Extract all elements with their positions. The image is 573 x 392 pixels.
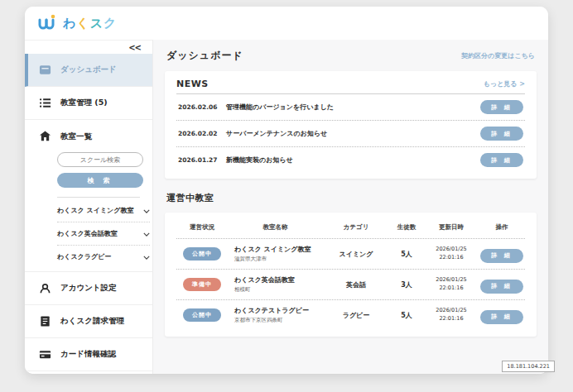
classroom-category: ラグビー — [323, 311, 389, 320]
updated-time: 22:01:16 — [424, 315, 479, 323]
logo-w-icon — [36, 14, 61, 32]
logo-text: わくスク — [63, 16, 117, 31]
app-header: わくスク — [25, 7, 548, 40]
school-search-input[interactable] — [57, 152, 143, 167]
news-detail-button[interactable]: 詳 細 — [480, 127, 523, 141]
student-count: 5人 — [389, 311, 424, 320]
divider — [57, 197, 140, 198]
classroom-name: わくスク スイミング教室 — [234, 245, 323, 254]
classrooms-table: 運営状況 教室名称 カテゴリ 生徒数 更新日時 操作 公開中 わくスク スイミン… — [165, 213, 537, 337]
sidebar: << ダッシュボード 教室管理 (5) 教室一覧 — [25, 40, 153, 374]
main-content: ダッシュボード 契約区分の変更はこちら NEWS もっと見る > 2026.02… — [153, 40, 548, 374]
news-card: NEWS もっと見る > 2026.02.06 管理機能のバージョンを行いました… — [165, 71, 537, 179]
news-detail-button[interactable]: 詳 細 — [480, 153, 523, 167]
sidebar-item-card-info[interactable]: カード情報確認 — [25, 338, 152, 371]
row-detail-button[interactable]: 詳 細 — [480, 280, 523, 294]
credit-card-icon — [39, 348, 51, 361]
account-icon — [39, 282, 51, 294]
news-item: 2026.02.02 サーバーメンテナンスのお知らせ 詳 細 — [176, 121, 525, 147]
news-text: サーバーメンテナンスのお知らせ — [226, 129, 327, 138]
sidebar-item-label: 教室管理 (5) — [60, 98, 108, 108]
sidebar-item-school-english[interactable]: わくスク英会話教室 — [57, 222, 150, 246]
sidebar-section-classroom-list: 教室一覧 検 索 わくスク スイミング教室 わくスク英会話教室 わくスクラグビー — [25, 120, 152, 272]
logo-char: わ — [63, 16, 76, 31]
page-title: ダッシュボード — [166, 49, 243, 63]
school-item-label: わくスク スイミング教室 — [57, 206, 133, 215]
status-badge: 公開中 — [183, 247, 221, 261]
updated-date: 2026/01/25 — [424, 276, 479, 284]
classroom-address: 京都市下京区四条町 — [234, 317, 323, 324]
news-text: 管理機能のバージョンを行いました — [226, 103, 334, 112]
search-button[interactable]: 検 索 — [57, 173, 143, 188]
sidebar-collapse-button[interactable]: << — [25, 41, 152, 54]
chevron-down-icon — [143, 231, 150, 237]
news-more-link[interactable]: もっと見る > — [484, 79, 525, 88]
table-row: 公開中 わくスクテストラグビー 京都市下京区四条町 ラグビー 5人 2026/0… — [176, 300, 525, 330]
student-count: 3人 — [389, 280, 424, 289]
row-detail-button[interactable]: 詳 細 — [480, 249, 523, 263]
sidebar-item-label: アカウント設定 — [60, 283, 117, 294]
sidebar-item-label: 教室一覧 — [60, 131, 92, 142]
news-detail-button[interactable]: 詳 細 — [480, 100, 523, 114]
chevron-down-icon — [143, 254, 150, 261]
app-window: わくスク << ダッシュボード 教室管理 (5) — [25, 7, 548, 374]
news-item: 2026.01.27 新機能実装のお知らせ 詳 細 — [176, 147, 525, 173]
classroom-category: スイミング — [323, 250, 389, 259]
classroom-address: 滋賀県大津市 — [234, 256, 323, 263]
table-header-row: 運営状況 教室名称 カテゴリ 生徒数 更新日時 操作 — [176, 216, 525, 239]
classroom-name: わくスク英会話教室 — [234, 275, 323, 284]
news-title: NEWS — [176, 79, 209, 89]
logo-char: く — [76, 16, 89, 31]
table-row: 準備中 わくスク英会話教室 相模町 英会話 3人 2026/01/25 22:0… — [176, 270, 525, 300]
contract-change-link[interactable]: 契約区分の変更はこちら — [461, 51, 535, 60]
column-header-status: 運営状況 — [176, 223, 228, 232]
classroom-name: わくスクテストラグビー — [234, 306, 323, 315]
invoice-icon — [39, 315, 51, 327]
sidebar-item-account-settings[interactable]: アカウント設定 — [25, 272, 152, 305]
news-text: 新機能実装のお知らせ — [226, 155, 293, 165]
chevron-down-icon — [143, 208, 150, 214]
news-date: 2026.02.02 — [178, 130, 226, 137]
sidebar-item-billing[interactable]: わくスク請求管理 — [25, 305, 152, 338]
sidebar-item-school-rugby[interactable]: わくスクラグビー — [57, 246, 150, 263]
school-item-label: わくスク英会話教室 — [57, 229, 118, 238]
dashboard-icon — [39, 64, 51, 76]
updated-date: 2026/01/25 — [424, 307, 479, 315]
row-detail-button[interactable]: 詳 細 — [480, 310, 523, 324]
classroom-address: 相模町 — [234, 286, 323, 294]
table-row: 公開中 わくスク スイミング教室 滋賀県大津市 スイミング 5人 2026/01… — [176, 239, 525, 270]
news-item: 2026.02.06 管理機能のバージョンを行いました 詳 細 — [176, 94, 525, 121]
status-badge: 公開中 — [183, 308, 221, 322]
updated-time: 22:01:16 — [424, 284, 479, 293]
classrooms-section-title: 運営中教室 — [166, 192, 535, 204]
app-logo: わくスク — [36, 14, 117, 32]
updated-time: 22:01:16 — [424, 254, 479, 262]
sidebar-item-label: カード情報確認 — [60, 349, 116, 360]
sidebar-item-classroom-list[interactable]: 教室一覧 — [39, 130, 152, 144]
sidebar-item-logout[interactable]: ログアウト — [25, 371, 152, 374]
ip-address-badge: 18.181.104.221 — [502, 361, 555, 372]
news-date: 2026.01.27 — [178, 156, 226, 164]
logo-char: ク — [104, 16, 117, 31]
column-header-name: 教室名称 — [228, 223, 323, 232]
news-date: 2026.02.06 — [178, 103, 226, 111]
student-count: 5人 — [389, 250, 424, 259]
updated-date: 2026/01/25 — [424, 246, 479, 254]
column-header-actions: 操作 — [479, 223, 525, 232]
home-icon — [39, 130, 51, 144]
column-header-students: 生徒数 — [389, 223, 424, 232]
sidebar-item-school-swimming[interactable]: わくスク スイミング教室 — [57, 199, 150, 222]
sidebar-item-label: ダッシュボード — [60, 65, 117, 75]
status-badge: 準備中 — [183, 278, 221, 291]
logo-char: ス — [90, 16, 104, 31]
list-icon — [39, 97, 51, 109]
column-header-category: カテゴリ — [323, 223, 389, 232]
sidebar-item-dashboard[interactable]: ダッシュボード — [25, 54, 152, 87]
classroom-category: 英会話 — [323, 280, 389, 289]
sidebar-item-classroom-mgmt[interactable]: 教室管理 (5) — [25, 87, 152, 120]
school-item-label: わくスクラグビー — [57, 252, 111, 261]
sidebar-item-label: わくスク請求管理 — [60, 316, 124, 327]
column-header-updated: 更新日時 — [424, 223, 479, 232]
